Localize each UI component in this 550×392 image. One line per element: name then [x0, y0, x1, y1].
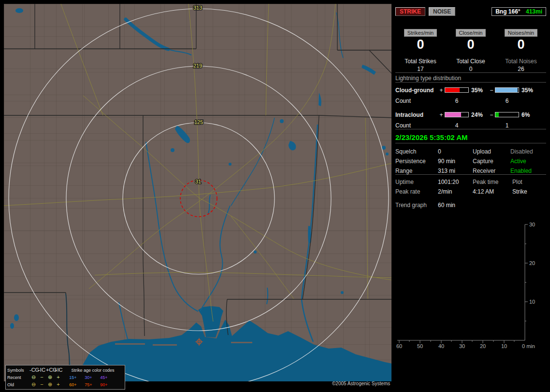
minus-sign: − — [488, 87, 495, 94]
trend-x-50: 50 — [417, 343, 423, 349]
map-view[interactable]: 313 219 125 31 — [4, 4, 391, 381]
legend-symbols-header: Symbols — [7, 368, 29, 373]
divider — [395, 129, 546, 129]
strike-button[interactable]: STRIKE — [395, 7, 425, 16]
peak-time-label: Peak time — [473, 179, 512, 185]
peak-rate-value: 2/min — [438, 188, 473, 195]
ic-plus-count: 4 — [445, 122, 469, 129]
ring-label-125: 125 — [194, 119, 203, 125]
total-noises-label: Total Noises — [496, 58, 546, 65]
distribution-title: Lightning type distribution — [395, 75, 546, 82]
age-90: 90+ — [96, 382, 112, 387]
intracloud-count-row: Count 4 1 — [395, 122, 546, 129]
range-label: Range — [395, 168, 438, 174]
ring-label-31: 31 — [195, 179, 201, 184]
intracloud-label: Intracloud — [395, 112, 438, 118]
map-canvas: 313 219 125 31 — [4, 4, 391, 381]
copyright-text: ©2005 Astrogenic Systems — [332, 381, 390, 386]
legend-col-neg-cg: -CG — [29, 367, 38, 373]
ic-count-label: Count — [395, 122, 445, 129]
trend-x-20: 20 — [480, 343, 486, 349]
trend-graph-label: Trend graph — [395, 202, 438, 210]
legend-col-pos-ic: +IC — [54, 367, 62, 373]
cg-plus-bar — [445, 87, 469, 93]
mode-toolbar: STRIKE NOISE Bng 166° 413mi — [395, 7, 546, 16]
ic-plus-pct: 24% — [469, 112, 488, 118]
neg-cg-recent-icon: ⊖ — [29, 375, 38, 380]
map-legend: Symbols -CG -IC +CG +IC Strike age color… — [5, 365, 125, 390]
noise-button[interactable]: NOISE — [429, 7, 455, 16]
strikes-column: Strikes/min 0 Total Strikes 17 — [395, 29, 446, 72]
plot-value: Strike — [512, 188, 546, 195]
total-close-label: Total Close — [446, 58, 496, 65]
age-30: 30+ — [81, 375, 96, 380]
upload-label: Upload — [473, 148, 510, 155]
plus-sign: + — [438, 87, 445, 94]
trend-y-20: 20 — [529, 260, 535, 266]
total-noises-value: 26 — [496, 66, 546, 72]
close-per-min-chip: Close/min — [456, 29, 486, 37]
total-strikes-label: Total Strikes — [395, 58, 446, 65]
close-per-min-value: 0 — [446, 37, 496, 51]
legend-col-neg-ic: -IC — [38, 367, 46, 373]
ic-plus-bar-fill — [445, 112, 461, 117]
age-15: 15+ — [65, 375, 81, 380]
trend-graph-value: 60 min — [438, 202, 455, 210]
ic-minus-pct: 6% — [519, 112, 538, 118]
ic-minus-count: 1 — [495, 122, 519, 129]
ic-minus-bar — [495, 112, 519, 117]
cg-minus-bar — [495, 87, 519, 93]
upload-status: Disabled — [510, 148, 546, 155]
divider — [395, 174, 546, 175]
status-grid: Uptime 1001:20 Peak time Plot Peak rate … — [395, 179, 546, 195]
app-window: 313 219 125 31 Symbols -CG -IC +CG +IC S… — [0, 0, 550, 392]
settings-grid: Squelch 0 Upload Disabled Persistence 90… — [395, 148, 546, 174]
bearing-distance: 413mi — [526, 8, 542, 15]
neg-ic-old-icon: − — [38, 382, 46, 387]
legend-recent-row: Recent ⊖ − ⊕ + 15+ 30+ 45+ — [7, 374, 123, 381]
trend-origin-label: 0 min — [522, 343, 535, 349]
capture-status: Active — [510, 158, 546, 165]
cg-minus-count: 6 — [495, 98, 519, 104]
age-45: 45+ — [96, 375, 112, 380]
total-strikes-value: 17 — [395, 66, 446, 72]
strikes-per-min-value: 0 — [395, 37, 446, 51]
ring-label-219: 219 — [193, 63, 202, 69]
trend-graph: 30 20 10 60 50 40 30 20 10 0 min — [395, 212, 546, 350]
peak-time-value: 4:12 AM — [473, 188, 512, 195]
neg-cg-old-icon: ⊖ — [29, 382, 38, 387]
legend-old-label: Old — [7, 382, 29, 387]
neg-ic-recent-icon: − — [38, 375, 46, 380]
cloud-ground-row: Cloud-ground + 35% − 35% — [395, 86, 546, 94]
uptime-value: 1001:20 — [438, 179, 473, 185]
trend-y-10: 10 — [529, 299, 535, 305]
persistence-value: 90 min — [438, 158, 473, 165]
legend-age-header: Strike age color codes — [62, 368, 123, 373]
noises-column: Noises/min 0 Total Noises 26 — [496, 29, 546, 72]
bearing-label: Bng 166° — [495, 8, 520, 15]
date-time-display: 2/23/2026 5:35:02 AM — [395, 133, 546, 143]
trend-x-60: 60 — [396, 343, 402, 349]
noises-per-min-value: 0 — [496, 37, 546, 51]
close-column: Close/min 0 Total Close 0 — [446, 29, 496, 72]
cg-plus-count: 6 — [445, 98, 469, 104]
age-75: 75+ — [81, 382, 96, 387]
control-panel: STRIKE NOISE Bng 166° 413mi Strikes/min … — [395, 4, 546, 388]
trend-y-30: 30 — [529, 222, 535, 227]
cg-plus-bar-fill — [445, 88, 460, 92]
cg-minus-bar-fill — [495, 88, 518, 92]
minus-sign: − — [488, 112, 495, 118]
divider — [395, 72, 546, 73]
uptime-label: Uptime — [395, 179, 438, 185]
strikes-per-min-chip: Strikes/min — [404, 29, 437, 37]
cloud-ground-label: Cloud-ground — [395, 87, 438, 94]
ic-plus-bar — [445, 112, 469, 117]
cg-minus-pct: 35% — [519, 87, 538, 94]
noises-per-min-chip: Noises/min — [505, 29, 537, 37]
bearing-readout: Bng 166° 413mi — [492, 7, 546, 16]
rate-panels: Strikes/min 0 Total Strikes 17 Close/min… — [395, 29, 546, 72]
total-close-value: 0 — [446, 66, 496, 72]
range-value: 313 mi — [438, 168, 473, 174]
persistence-label: Persistence — [395, 158, 438, 165]
trend-x-30: 30 — [459, 343, 465, 349]
